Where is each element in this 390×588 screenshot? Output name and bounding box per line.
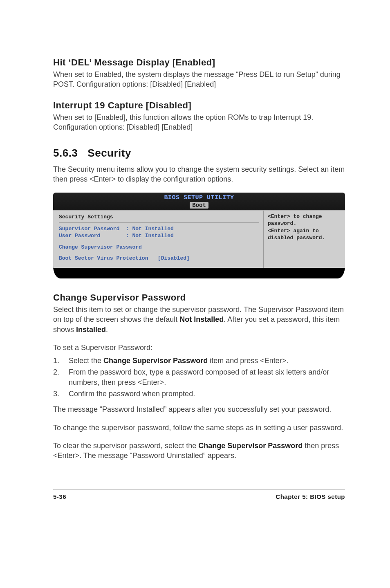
text-bold: Change Supervisor Password: [198, 442, 303, 450]
body-int19: When set to [Enabled], this function all…: [53, 112, 345, 132]
bios-row-user: User Password : Not Installed: [59, 232, 259, 240]
step-item: 1. Select the Change Supervisor Password…: [53, 356, 345, 366]
bios-section-header: Security Settings: [59, 213, 259, 222]
heading-hit-del: Hit ‘DEL’ Message Display [Enabled]: [53, 57, 345, 68]
page-number: 5-36: [53, 493, 66, 500]
step-number: 1.: [53, 356, 69, 366]
bios-screenshot: BIOS SETUP UTILITY Boot Security Setting…: [53, 193, 345, 278]
bios-title: BIOS SETUP UTILITY: [53, 193, 345, 201]
step-item: 2. From the password box, type a passwor…: [53, 367, 345, 387]
change-sup-p2: To set a Supervisor Password:: [53, 343, 345, 352]
text-bold: Installed: [76, 325, 106, 334]
text-bold: Not Installed: [179, 315, 224, 323]
change-sup-p3: The message “Password Installed” appears…: [53, 404, 345, 414]
bios-tab-boot: Boot: [190, 202, 208, 209]
steps-list: 1. Select the Change Supervisor Password…: [53, 356, 345, 399]
heading-int19: Interrupt 19 Capture [Disabled]: [53, 100, 345, 111]
section-title: Security: [87, 147, 131, 159]
text-fragment: item and press <Enter>.: [208, 357, 288, 365]
bios-row-supervisor: Supervisor Password : Not Installed: [59, 225, 259, 233]
text-fragment: Select the: [69, 357, 103, 365]
change-sup-p4: To change the supervisor password, follo…: [53, 423, 345, 433]
change-sup-p5: To clear the supervisor password, select…: [53, 441, 345, 461]
bios-left-pane: Security Settings Supervisor Password : …: [53, 211, 263, 268]
step-number: 2.: [53, 367, 69, 387]
heading-security: 5.6.3Security: [53, 147, 345, 159]
heading-change-supervisor: Change Supervisor Password: [53, 292, 345, 303]
body-hit-del: When set to Enabled, the system displays…: [53, 70, 345, 90]
step-item: 3. Confirm the password when prompted.: [53, 389, 345, 399]
text-fragment: To clear the supervisor password, select…: [53, 442, 198, 450]
section-number: 5.6.3: [53, 147, 78, 159]
text-fragment: .: [106, 325, 108, 334]
page-footer: 5-36 Chapter 5: BIOS setup: [53, 489, 345, 500]
step-text: Select the Change Supervisor Password it…: [69, 356, 345, 366]
bios-help-pane: <Enter> to change password. <Enter> agai…: [263, 211, 345, 268]
body-security-intro: The Security menu items allow you to cha…: [53, 164, 345, 184]
chapter-label: Chapter 5: BIOS setup: [276, 493, 345, 500]
text-bold: Change Supervisor Password: [103, 357, 208, 365]
change-sup-p1: Select this item to set or change the su…: [53, 305, 345, 334]
step-number: 3.: [53, 389, 69, 399]
bios-row-change-supervisor: Change Supervisor Password: [59, 244, 259, 251]
bios-tab-bar: Boot: [53, 201, 345, 210]
step-text: From the password box, type a password c…: [69, 367, 345, 387]
bios-row-boot-sector: Boot Sector Virus Protection [Disabled]: [59, 255, 259, 262]
step-text: Confirm the password when prompted.: [69, 389, 345, 399]
